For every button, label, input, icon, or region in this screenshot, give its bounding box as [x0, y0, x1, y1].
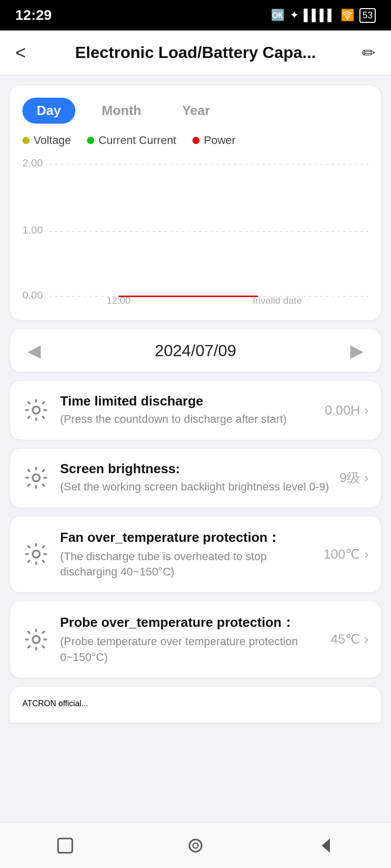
svg-rect-13 [58, 838, 72, 853]
legend-row: Voltage Current Current Power [22, 134, 369, 147]
next-date-button[interactable]: ▶ [345, 340, 369, 361]
brightness-value-row: 9级 › [340, 469, 369, 487]
main-content: Day Month Year Voltage Current Current P… [0, 75, 391, 822]
probe-temp-icon [22, 626, 50, 653]
tab-year[interactable]: Year [168, 98, 225, 124]
discharge-chevron: › [364, 402, 369, 418]
probe-temp-title: Probe over_temperature protection： [60, 614, 320, 631]
fan-temp-desc: (The discharge tube is overheated to sto… [60, 549, 313, 581]
discharge-title: Time limited discharge [60, 393, 315, 409]
status-bar: 12:29 🆗 ✦ ▌▌▌▌ 🛜 53 [0, 0, 391, 31]
nav-back-button[interactable] [305, 825, 346, 866]
fan-temp-value: 100℃ [323, 546, 360, 562]
svg-text:2.00: 2.00 [22, 157, 43, 168]
current-date: 2024/07/09 [155, 341, 236, 360]
fan-temp-icon [22, 540, 50, 568]
chart-card: Day Month Year Voltage Current Current P… [10, 85, 381, 320]
fan-temp-text: Fan over_temperature protection： (The di… [60, 529, 313, 581]
nav-square-button[interactable] [45, 825, 86, 866]
settings-row-fan-temp[interactable]: Fan over_temperature protection： (The di… [10, 516, 381, 593]
probe-temp-value-row: 45℃ › [330, 631, 369, 647]
svg-text:12:00: 12:00 [106, 295, 130, 306]
settings-row-discharge[interactable]: Time limited discharge (Press the countd… [10, 381, 381, 440]
brightness-title: Screen brightness: [60, 461, 329, 477]
tab-month[interactable]: Month [88, 98, 156, 124]
probe-temp-desc: (Probe temperature over temperature prot… [60, 634, 320, 666]
current-label: Current Current [98, 134, 176, 147]
settings-card-discharge: Time limited discharge (Press the countd… [10, 381, 381, 440]
settings-card-fan-temp: Fan over_temperature protection： (The di… [10, 516, 381, 593]
discharge-value-row: 0.00H › [325, 402, 369, 418]
battery-icon: 53 [359, 8, 376, 23]
partial-card-text: ATCRON official... [22, 699, 88, 708]
fan-temp-value-row: 100℃ › [323, 546, 369, 562]
settings-row-probe-temp[interactable]: Probe over_temperature protection： (Prob… [10, 601, 381, 678]
fan-temp-title: Fan over_temperature protection： [60, 529, 313, 546]
settings-row-brightness[interactable]: Screen brightness: (Set the working scre… [10, 449, 381, 507]
fan-temp-chevron: › [364, 546, 369, 562]
svg-point-9 [33, 407, 40, 414]
svg-text:1.00: 1.00 [22, 224, 43, 236]
discharge-icon [22, 396, 50, 424]
current-dot [87, 137, 94, 144]
back-arrow-icon [315, 834, 337, 857]
settings-card-probe-temp: Probe over_temperature protection： (Prob… [10, 601, 381, 678]
svg-point-14 [189, 840, 202, 852]
page-title: Electronic Load/Battery Capa... [46, 43, 345, 62]
edit-button[interactable]: ✏ [345, 43, 376, 63]
svg-marker-16 [322, 838, 330, 853]
settings-card-brightness: Screen brightness: (Set the working scre… [10, 449, 381, 507]
voltage-dot [22, 137, 30, 144]
bluetooth-icon: ✦ [290, 9, 299, 22]
voltage-label: Voltage [34, 134, 71, 147]
status-icons: 🆗 ✦ ▌▌▌▌ 🛜 53 [271, 8, 376, 23]
back-button[interactable]: < [15, 42, 46, 64]
svg-point-10 [33, 474, 40, 481]
date-nav-card: ◀ 2024/07/09 ▶ [10, 329, 381, 372]
brightness-value: 9级 [340, 469, 360, 487]
power-dot [192, 137, 200, 144]
status-time: 12:29 [15, 7, 52, 23]
bottom-nav [0, 822, 391, 868]
signal-icon: ▌▌▌▌ [304, 9, 336, 22]
svg-text:0.00: 0.00 [22, 289, 43, 301]
chart-svg: 2.00 1.00 0.00 12:00 Invalid date [22, 155, 369, 308]
square-icon [54, 834, 76, 857]
brightness-icon [22, 464, 50, 491]
circle-icon [184, 834, 207, 857]
discharge-desc: (Press the countdown to discharge after … [60, 412, 315, 427]
brightness-chevron: › [364, 470, 369, 486]
nav-home-button[interactable] [175, 825, 216, 866]
brightness-text: Screen brightness: (Set the working scre… [60, 461, 329, 495]
legend-current: Current Current [87, 134, 176, 147]
chart-area: 2.00 1.00 0.00 12:00 Invalid date [22, 155, 369, 308]
svg-point-15 [193, 843, 198, 848]
power-label: Power [204, 134, 235, 147]
nfc-icon: 🆗 [271, 9, 285, 22]
legend-power: Power [192, 134, 235, 147]
toolbar: < Electronic Load/Battery Capa... ✏ [0, 31, 391, 75]
svg-point-12 [33, 636, 40, 643]
svg-point-11 [33, 551, 40, 558]
tab-row: Day Month Year [22, 98, 369, 124]
legend-voltage: Voltage [22, 134, 71, 147]
svg-text:Invalid date: Invalid date [253, 295, 302, 306]
probe-temp-text: Probe over_temperature protection： (Prob… [60, 614, 320, 666]
tab-day[interactable]: Day [22, 98, 75, 124]
wifi-icon: 🛜 [341, 9, 354, 22]
prev-date-button[interactable]: ◀ [22, 340, 46, 361]
brightness-desc: (Set the working screen backlight bright… [60, 479, 329, 495]
discharge-value: 0.00H [325, 402, 360, 418]
probe-temp-value: 45℃ [330, 631, 360, 647]
discharge-text: Time limited discharge (Press the countd… [60, 393, 315, 427]
partial-card: ATCRON official... [10, 687, 381, 722]
probe-temp-chevron: › [364, 631, 369, 647]
